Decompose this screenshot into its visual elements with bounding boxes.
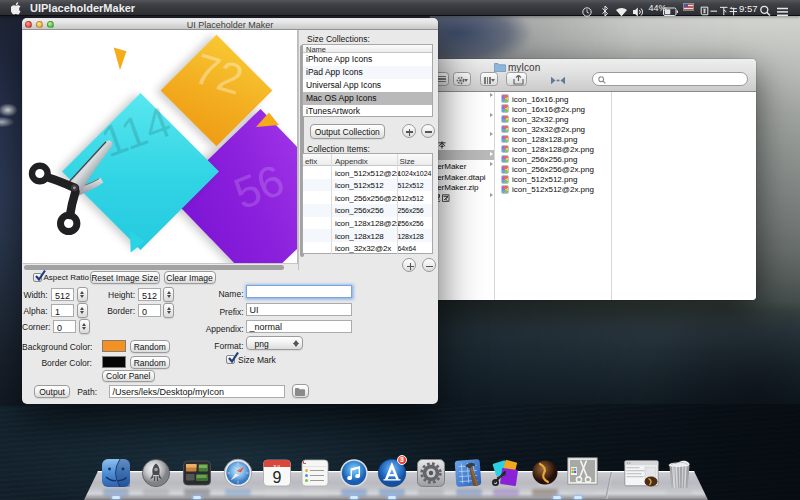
svg-text:9: 9 — [273, 469, 282, 486]
